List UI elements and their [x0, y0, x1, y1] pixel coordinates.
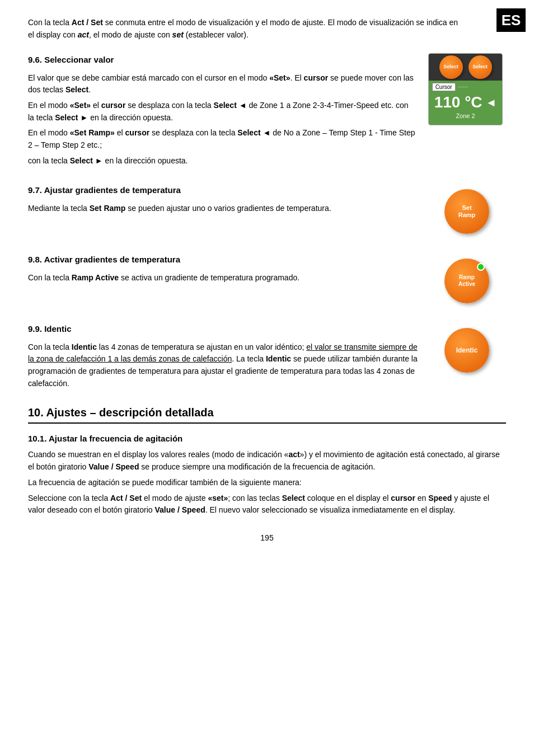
section99-p1: Con la tecla Identic las 4 zonas de temp… — [28, 341, 419, 390]
section-96-image: Select Select Cursor 110 °C ◄ — [425, 53, 506, 125]
temp-display-area: Cursor 110 °C ◄ Zone 2 — [429, 81, 503, 125]
section-97-image: SetRamp — [428, 184, 506, 240]
heading-98: 9.8. Activar gradientes de temperatura — [28, 253, 419, 266]
temperature-display: 110 °C ◄ — [432, 92, 499, 112]
page-number: 195 — [28, 533, 506, 542]
section96-p3: En el modo «Set Ramp» el cursor se despl… — [28, 127, 416, 151]
section98-p1: Con la tecla Ramp Active se activa un gr… — [28, 272, 419, 284]
ramp-active-button: RampActive — [444, 259, 489, 303]
cursor-arrow: ◄ — [486, 96, 497, 109]
select-display-image: Select Select Cursor 110 °C ◄ — [428, 53, 503, 125]
select-buttons-bar: Select Select — [429, 54, 503, 81]
section-99: 9.9. Identic Con la tecla Identic las 4 … — [28, 322, 506, 393]
heading-96: 9.6. Seleccionar valor — [28, 53, 416, 66]
ramp-active-indicator — [477, 263, 485, 271]
section101-p3: Seleccione con la tecla Act / Set el mod… — [28, 492, 506, 516]
intro-paragraph: Con la tecla Act / Set se conmuta entre … — [28, 17, 506, 41]
identic-button: Identic — [444, 328, 489, 373]
section-96: 9.6. Seleccionar valor El valor que se d… — [28, 53, 506, 170]
section96-p2: En el modo «Set» el cursor se desplaza c… — [28, 100, 416, 124]
section-98: 9.8. Activar gradientes de temperatura C… — [28, 253, 506, 309]
es-badge: ES — [496, 8, 526, 32]
heading-101: 10.1. Ajustar la frecuencia de agitación — [28, 434, 506, 443]
section97-p1: Mediante la tecla Set Ramp se pueden aju… — [28, 203, 419, 215]
section-98-text: 9.8. Activar gradientes de temperatura C… — [28, 253, 419, 287]
section96-p4: con la tecla Select ► en la dirección op… — [28, 155, 416, 167]
section-101: 10.1. Ajustar la frecuencia de agitación… — [28, 434, 506, 516]
section-96-text: 9.6. Seleccionar valor El valor que se d… — [28, 53, 416, 170]
temp-value: 110 °C — [434, 93, 483, 111]
section-99-image: Identic — [428, 322, 506, 378]
section-97: 9.7. Ajustar gradientes de temperatura M… — [28, 184, 506, 240]
section-98-image: RampActive — [428, 253, 506, 309]
set-ramp-button: SetRamp — [444, 189, 489, 234]
cursor-callout-label: Cursor — [432, 83, 456, 91]
select-right-button: Select — [469, 55, 492, 79]
select-left-button: Select — [439, 55, 463, 79]
heading-10: 10. Ajustes – descripción detallada — [28, 406, 506, 424]
zone-label: Zone 2 — [432, 112, 499, 120]
heading-99: 9.9. Identic — [28, 322, 419, 335]
section-97-text: 9.7. Ajustar gradientes de temperatura M… — [28, 184, 419, 218]
section101-p1: Cuando se muestran en el display los val… — [28, 449, 506, 473]
section-99-text: 9.9. Identic Con la tecla Identic las 4 … — [28, 322, 419, 393]
section96-p1: El valor que se debe cambiar está marcad… — [28, 72, 416, 96]
section101-p2: La frecuencia de agitación se puede modi… — [28, 477, 506, 489]
heading-97: 9.7. Ajustar gradientes de temperatura — [28, 184, 419, 196]
